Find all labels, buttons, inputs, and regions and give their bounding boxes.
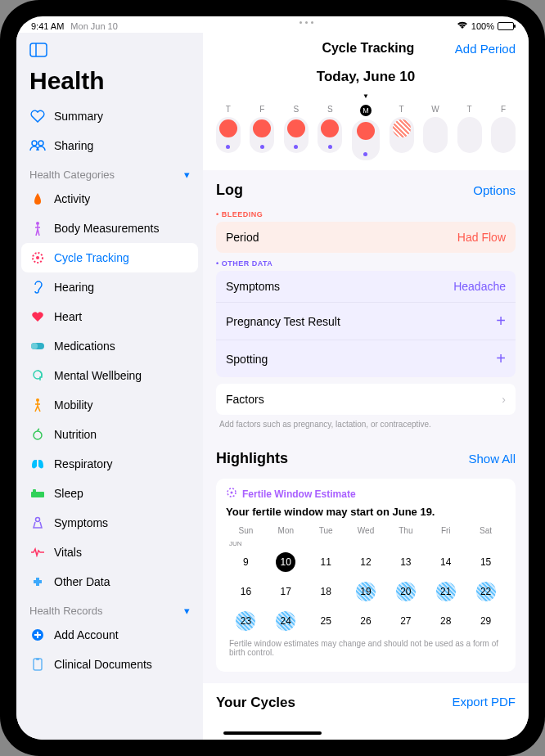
device-frame: 9:41 AM Mon Jun 10 100% Health <box>0 0 545 756</box>
day-column[interactable]: F <box>250 105 274 160</box>
calendar-day[interactable]: 21 <box>426 577 466 606</box>
day-column[interactable]: W <box>423 105 448 160</box>
sidebar-item-summary[interactable]: Summary <box>16 101 203 131</box>
calendar-day[interactable]: 26 <box>346 606 386 636</box>
day-column[interactable]: T <box>390 105 414 160</box>
mental-wellbeing-icon <box>29 367 46 384</box>
status-date: Mon Jun 10 <box>70 21 117 31</box>
records-header[interactable]: Health Records ▾ <box>16 596 203 620</box>
svg-point-10 <box>36 398 39 402</box>
log-title: Log <box>216 182 243 199</box>
sidebar-item-label: Mental Wellbeing <box>54 369 142 382</box>
sidebar-item-label: Clinical Documents <box>54 658 152 671</box>
sidebar-item-nutrition[interactable]: Nutrition <box>16 420 203 449</box>
calendar-day[interactable]: 12 <box>346 547 386 577</box>
sidebar-item-label: Nutrition <box>54 428 97 441</box>
calendar-day[interactable]: 25 <box>306 606 346 636</box>
log-row-pregnancy-test-result[interactable]: Pregnancy Test Result+ <box>216 302 516 340</box>
day-column[interactable]: T <box>216 105 241 160</box>
battery-icon <box>498 22 514 30</box>
calendar-day[interactable]: 14 <box>426 547 466 577</box>
sidebar-item-clinical-documents[interactable]: Clinical Documents <box>16 650 203 679</box>
weekday-label: Wed <box>346 526 386 535</box>
calendar-day[interactable]: 19 <box>346 577 386 606</box>
calendar-day[interactable]: 22 <box>466 577 506 606</box>
sidebar-item-activity[interactable]: Activity <box>16 184 203 214</box>
sidebar-item-label: Respiratory <box>54 457 113 470</box>
sidebar-item-cycle-tracking[interactable]: Cycle Tracking <box>21 243 198 272</box>
sidebar-item-label: Body Measurements <box>54 222 159 235</box>
svg-point-11 <box>34 431 42 439</box>
sidebar-item-label: Cycle Tracking <box>54 251 129 264</box>
sidebar-title: Health <box>16 64 203 101</box>
sidebar-item-hearing[interactable]: Hearing <box>16 272 203 302</box>
log-row-period[interactable]: Period Had Flow <box>216 222 516 253</box>
calendar-day[interactable]: 29 <box>466 606 506 636</box>
calendar-day[interactable]: 18 <box>306 577 346 606</box>
calendar-day[interactable]: 16 <box>226 577 266 606</box>
day-column[interactable]: S <box>318 105 342 160</box>
other-data-label: • OTHER DATA <box>216 254 516 271</box>
fertile-window-card[interactable]: Fertile Window Estimate Your fertile win… <box>216 479 516 672</box>
period-dot <box>253 119 271 137</box>
period-dot <box>321 119 339 137</box>
sidebar-collapse-button[interactable] <box>16 39 203 64</box>
respiratory-icon <box>29 456 46 472</box>
today-label: Today, June 10 <box>203 59 529 87</box>
sidebar: Health Summary Sharing Health Categories… <box>16 33 203 740</box>
calendar-day[interactable]: 28 <box>426 606 466 636</box>
calendar-day[interactable]: 10 <box>266 547 306 577</box>
sidebar-item-sleep[interactable]: Sleep <box>16 479 203 508</box>
sidebar-item-other-data[interactable]: Other Data <box>16 567 203 596</box>
day-letter: T <box>399 105 403 114</box>
day-column[interactable]: M <box>352 105 380 160</box>
categories-header[interactable]: Health Categories ▾ <box>16 160 203 184</box>
weekday-label: Fri <box>426 526 466 535</box>
calendar-day[interactable]: 15 <box>466 547 506 577</box>
day-column[interactable]: F <box>491 105 516 160</box>
day-column[interactable]: S <box>284 105 309 160</box>
sidebar-item-vitals[interactable]: Vitals <box>16 538 203 567</box>
svg-point-3 <box>38 141 43 146</box>
data-indicator-dot <box>294 145 298 149</box>
day-letter: S <box>327 105 333 114</box>
sidebar-item-sharing[interactable]: Sharing <box>16 131 203 160</box>
calendar-day[interactable]: 17 <box>266 577 306 606</box>
calendar-day[interactable]: 13 <box>385 547 426 577</box>
sidebar-item-heart[interactable]: Heart <box>16 302 203 331</box>
calendar-day[interactable]: 23 <box>226 606 266 636</box>
day-cell <box>318 117 342 153</box>
multitask-dots[interactable] <box>300 21 313 24</box>
period-dot <box>219 119 237 137</box>
heart-icon <box>29 308 46 325</box>
svg-point-6 <box>36 256 39 259</box>
sidebar-item-label: Medications <box>54 340 115 353</box>
add-period-button[interactable]: Add Period <box>455 42 516 56</box>
sidebar-item-mobility[interactable]: Mobility <box>16 390 203 420</box>
calendar-day[interactable]: 27 <box>385 606 426 636</box>
log-row-spotting[interactable]: Spotting+ <box>216 340 516 377</box>
calendar-day[interactable]: 9 <box>226 547 266 577</box>
log-row-symptoms[interactable]: SymptomsHeadache <box>216 271 516 302</box>
sidebar-item-add-account[interactable]: Add Account <box>16 620 203 650</box>
log-row-factors[interactable]: Factors › <box>216 384 516 415</box>
day-column[interactable]: T <box>457 105 482 160</box>
calendar-day[interactable]: 11 <box>306 547 346 577</box>
sidebar-item-mental-wellbeing[interactable]: Mental Wellbeing <box>16 361 203 390</box>
export-pdf-button[interactable]: Export PDF <box>452 695 516 711</box>
log-options-button[interactable]: Options <box>473 183 516 197</box>
calendar-day[interactable]: 20 <box>385 577 426 606</box>
day-strip[interactable]: TFSSMTWTF <box>203 101 529 170</box>
home-indicator[interactable] <box>223 731 322 735</box>
sidebar-item-respiratory[interactable]: Respiratory <box>16 449 203 479</box>
svg-rect-19 <box>36 658 39 660</box>
show-all-button[interactable]: Show All <box>468 452 516 466</box>
calendar-day[interactable]: 24 <box>266 606 306 636</box>
sidebar-item-label: Other Data <box>54 575 110 588</box>
weekday-label: Sat <box>466 526 506 535</box>
period-dot-predicted <box>393 119 411 137</box>
sidebar-item-medications[interactable]: Medications <box>16 331 203 361</box>
vitals-icon <box>29 544 46 560</box>
sidebar-item-symptoms[interactable]: Symptoms <box>16 508 203 538</box>
sidebar-item-body-measurements[interactable]: Body Measurements <box>16 214 203 243</box>
